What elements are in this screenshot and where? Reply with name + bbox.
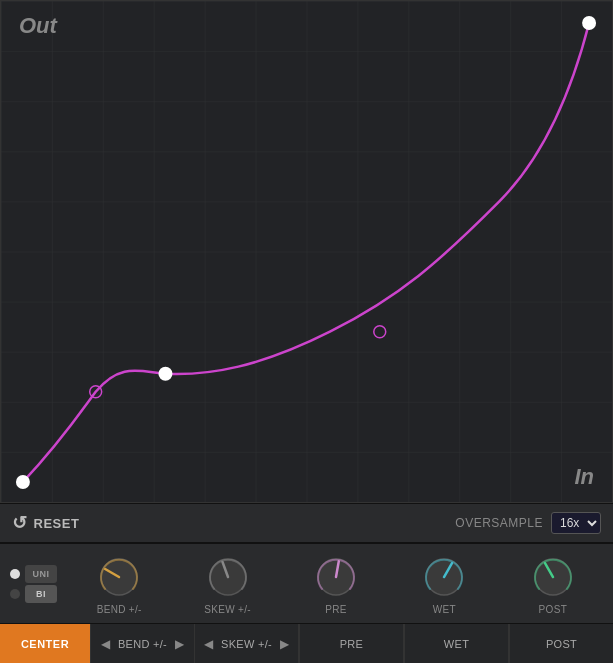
- wet-label-bottom: WET: [404, 624, 508, 663]
- reset-label: RESET: [34, 516, 80, 531]
- bend-control: ◀ BEND +/- ▶: [91, 624, 194, 663]
- knob-row: UNI BI BEND +/-: [0, 543, 613, 623]
- bend-left-arrow[interactable]: ◀: [97, 637, 114, 651]
- uni-button[interactable]: UNI: [25, 565, 57, 583]
- post-knob[interactable]: [529, 553, 577, 601]
- center-label: CENTER: [21, 638, 69, 650]
- reset-button[interactable]: ↺ RESET: [12, 512, 79, 534]
- pre-label-bottom: PRE: [299, 624, 403, 663]
- bend-label: BEND +/-: [118, 638, 167, 650]
- oversample-container: OVERSAMPLE 1x 2x 4x 8x 16x: [455, 512, 601, 534]
- skew-control: ◀ SKEW +/- ▶: [195, 624, 298, 663]
- skew-left-arrow[interactable]: ◀: [200, 637, 217, 651]
- oversample-label: OVERSAMPLE: [455, 516, 543, 530]
- svg-rect-0: [1, 1, 612, 502]
- bi-button[interactable]: BI: [25, 585, 57, 603]
- wet-knob[interactable]: [420, 553, 468, 601]
- wet-knob-wrapper: WET: [392, 553, 496, 615]
- uni-indicator: [10, 569, 20, 579]
- controls-bar: ↺ RESET OVERSAMPLE 1x 2x 4x 8x 16x: [0, 503, 613, 543]
- pre-knob-label: PRE: [325, 604, 346, 615]
- control-point-5[interactable]: [582, 16, 596, 30]
- skew-knob-wrapper: SKEW +/-: [175, 553, 279, 615]
- reset-icon: ↺: [12, 512, 28, 534]
- post-label-bottom: POST: [509, 624, 613, 663]
- skew-label: SKEW +/-: [221, 638, 272, 650]
- bend-knob-wrapper: BEND +/-: [67, 553, 171, 615]
- control-point-1[interactable]: [16, 475, 30, 489]
- graph-area[interactable]: Out In: [0, 0, 613, 503]
- bi-indicator: [10, 589, 20, 599]
- uni-bi-toggle: UNI BI: [8, 565, 57, 603]
- center-button[interactable]: CENTER: [0, 624, 90, 663]
- bend-knob[interactable]: [95, 553, 143, 601]
- post-knob-label: POST: [539, 604, 567, 615]
- skew-knob[interactable]: [204, 553, 252, 601]
- bottom-row: CENTER ◀ BEND +/- ▶ ◀ SKEW +/- ▶ PRE WET…: [0, 623, 613, 663]
- skew-knob-label: SKEW +/-: [204, 604, 251, 615]
- post-knob-wrapper: POST: [501, 553, 605, 615]
- wet-knob-label: WET: [433, 604, 456, 615]
- bend-right-arrow[interactable]: ▶: [171, 637, 188, 651]
- oversample-select[interactable]: 1x 2x 4x 8x 16x: [551, 512, 601, 534]
- control-point-3[interactable]: [158, 367, 172, 381]
- main-container: Out In ↺ RESET OVERSAMPLE 1x 2x 4x 8x 16…: [0, 0, 613, 663]
- graph-grid: [1, 1, 612, 502]
- pre-knob-wrapper: PRE: [284, 553, 388, 615]
- bend-knob-label: BEND +/-: [97, 604, 142, 615]
- pre-knob[interactable]: [312, 553, 360, 601]
- skew-right-arrow[interactable]: ▶: [276, 637, 293, 651]
